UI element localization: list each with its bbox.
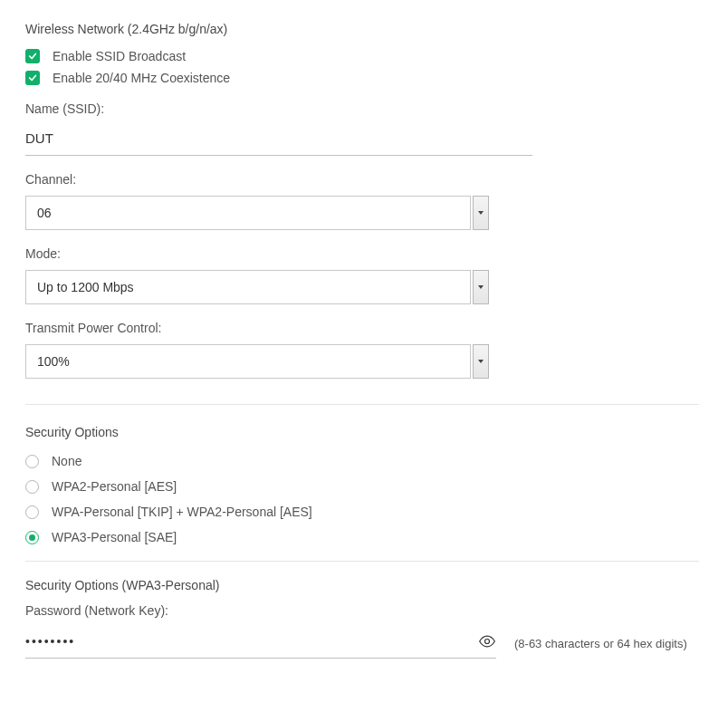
radio-row-mixed: WPA-Personal [TKIP] + WPA2-Personal [AES… xyxy=(25,505,703,519)
security-subheading: Security Options (WPA3-Personal) xyxy=(25,578,703,592)
password-label: Password (Network Key): xyxy=(25,603,703,618)
password-input-wrap: •••••••• xyxy=(25,629,496,659)
ssid-label: Name (SSID): xyxy=(25,101,703,116)
page-title: Wireless Network (2.4GHz b/g/n/ax) xyxy=(25,22,703,36)
svg-point-0 xyxy=(485,640,490,644)
eye-icon[interactable] xyxy=(478,635,496,648)
ssid-input[interactable] xyxy=(25,130,532,146)
channel-dropdown-button[interactable] xyxy=(473,196,489,230)
channel-select-wrap: 06 xyxy=(25,196,471,230)
radio-row-wpa3: WPA3-Personal [SAE] xyxy=(25,530,703,544)
channel-label: Channel: xyxy=(25,172,703,187)
radio-label-wpa2: WPA2-Personal [AES] xyxy=(52,479,177,494)
checkbox-ssid-broadcast[interactable] xyxy=(25,49,40,63)
radio-label-wpa3: WPA3-Personal [SAE] xyxy=(52,530,177,544)
checkbox-label-ssid-broadcast: Enable SSID Broadcast xyxy=(53,49,186,63)
mode-dropdown-button[interactable] xyxy=(473,270,489,304)
security-heading: Security Options xyxy=(25,425,703,439)
divider-2 xyxy=(25,561,699,562)
checkbox-coexistence[interactable] xyxy=(25,71,40,85)
radio-wpa3[interactable] xyxy=(25,531,39,544)
radio-mixed[interactable] xyxy=(25,505,39,519)
radio-label-mixed: WPA-Personal [TKIP] + WPA2-Personal [AES… xyxy=(52,505,312,519)
checkbox-row-ssid-broadcast: Enable SSID Broadcast xyxy=(25,49,703,63)
password-row: •••••••• (8-63 characters or 64 hex digi… xyxy=(25,629,703,659)
checkbox-row-coexistence: Enable 20/40 MHz Coexistence xyxy=(25,71,703,85)
ssid-input-wrap xyxy=(25,125,532,156)
divider xyxy=(25,404,699,405)
mode-select[interactable]: Up to 1200 Mbps xyxy=(25,270,471,304)
password-input[interactable]: •••••••• xyxy=(25,634,75,649)
txpower-dropdown-button[interactable] xyxy=(473,344,489,379)
txpower-select[interactable]: 100% xyxy=(25,344,471,379)
radio-row-none: None xyxy=(25,454,703,468)
radio-none[interactable] xyxy=(25,455,39,468)
txpower-label: Transmit Power Control: xyxy=(25,321,703,335)
radio-wpa2[interactable] xyxy=(25,480,39,494)
radio-label-none: None xyxy=(52,454,81,468)
password-hint: (8-63 characters or 64 hex digits) xyxy=(514,637,687,650)
txpower-select-wrap: 100% xyxy=(25,344,471,379)
channel-select[interactable]: 06 xyxy=(25,196,471,230)
mode-select-wrap: Up to 1200 Mbps xyxy=(25,270,471,304)
radio-row-wpa2: WPA2-Personal [AES] xyxy=(25,479,703,494)
mode-label: Mode: xyxy=(25,246,703,261)
checkbox-label-coexistence: Enable 20/40 MHz Coexistence xyxy=(53,71,230,85)
